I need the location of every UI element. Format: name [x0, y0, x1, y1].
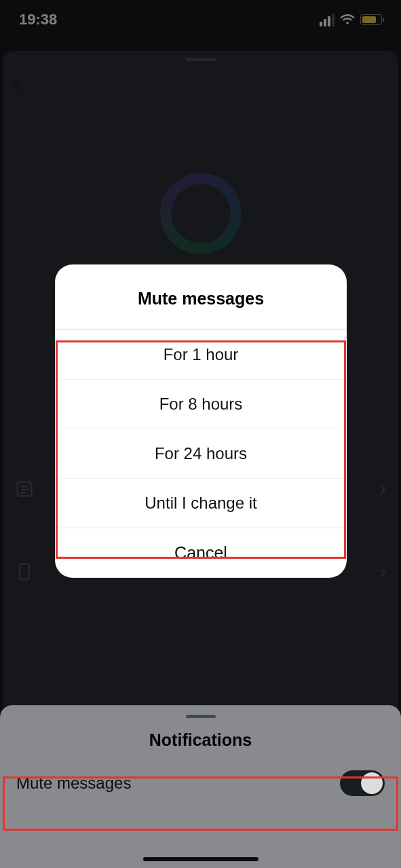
mute-messages-row: Mute messages	[16, 770, 385, 796]
notifications-panel-title: Notifications	[16, 730, 385, 750]
mute-messages-label: Mute messages	[16, 774, 131, 793]
modal-title: Mute messages	[55, 264, 347, 329]
sheet-grabber-icon[interactable]	[186, 715, 216, 718]
toggle-knob-icon	[361, 772, 383, 794]
mute-option-until-change[interactable]: Until I change it	[55, 478, 347, 528]
home-indicator[interactable]	[143, 857, 259, 861]
mute-messages-toggle[interactable]	[340, 770, 385, 796]
mute-option-24-hours[interactable]: For 24 hours	[55, 429, 347, 478]
mute-option-1-hour[interactable]: For 1 hour	[55, 330, 347, 379]
mute-messages-modal: Mute messages For 1 hour For 8 hours For…	[55, 264, 347, 578]
notifications-panel: Notifications Mute messages	[0, 705, 401, 868]
cancel-button[interactable]: Cancel	[55, 528, 347, 578]
mute-option-8-hours[interactable]: For 8 hours	[55, 379, 347, 429]
